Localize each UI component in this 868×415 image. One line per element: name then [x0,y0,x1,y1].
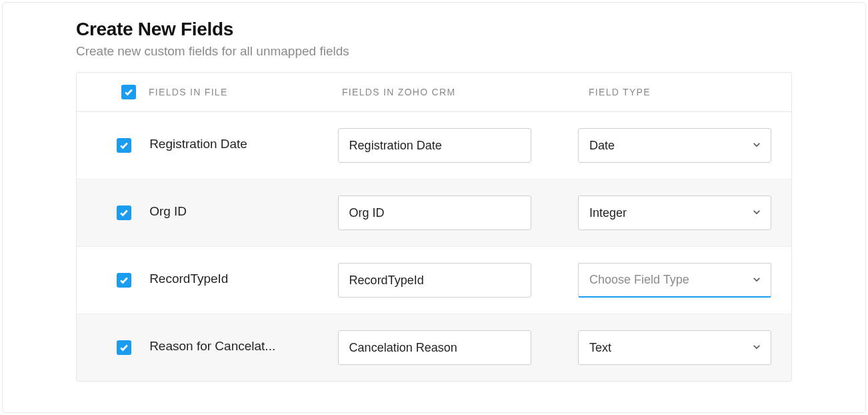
field-type-value: Choose Field Type [589,273,689,287]
crm-field-input[interactable] [338,263,531,298]
table-row: Org IDInteger [77,179,791,246]
check-icon [119,208,129,218]
table-row: RecordTypeIdChoose Field Type [77,246,791,314]
field-type-select[interactable]: Integer [578,195,771,230]
file-field-label: Registration Date [149,137,247,151]
row-checkbox[interactable] [117,273,131,288]
file-field-label: RecordTypeId [149,272,228,286]
chevron-down-icon [752,139,761,153]
create-fields-card: Create New Fields Create new custom fiel… [2,2,866,413]
select-all-checkbox[interactable] [121,85,136,99]
row-checkbox[interactable] [117,138,131,153]
page-subtitle: Create new custom fields for all unmappe… [76,44,865,59]
crm-field-input[interactable] [338,195,531,230]
fields-table: FIELDS IN FILE FIELDS IN ZOHO CRM FIELD … [76,72,792,382]
table-row: Reason for Cancelat...Text [77,314,791,381]
chevron-down-icon [752,206,761,220]
field-type-value: Integer [589,206,627,220]
chevron-down-icon [752,273,761,287]
check-icon [119,343,129,352]
page-title: Create New Fields [76,19,865,40]
header-fields-in-file: FIELDS IN FILE [149,87,342,97]
check-icon [119,141,129,150]
field-type-select[interactable]: Date [578,128,771,163]
field-type-select[interactable]: Choose Field Type [578,263,771,298]
crm-field-input[interactable] [338,128,531,163]
chevron-down-icon [752,341,761,355]
table-header-row: FIELDS IN FILE FIELDS IN ZOHO CRM FIELD … [77,73,791,112]
header-fields-in-crm: FIELDS IN ZOHO CRM [342,87,589,97]
check-icon [119,276,129,285]
field-type-value: Date [589,139,615,153]
header-field-type: FIELD TYPE [589,87,791,97]
row-checkbox[interactable] [117,205,131,220]
field-type-select[interactable]: Text [578,330,771,365]
table-row: Registration DateDate [77,112,791,179]
row-checkbox[interactable] [117,340,131,355]
crm-field-input[interactable] [338,330,531,365]
field-type-value: Text [589,341,611,355]
file-field-label: Org ID [149,204,187,219]
file-field-label: Reason for Cancelat... [149,339,275,354]
header: Create New Fields Create new custom fiel… [3,19,865,72]
check-icon [124,87,133,97]
